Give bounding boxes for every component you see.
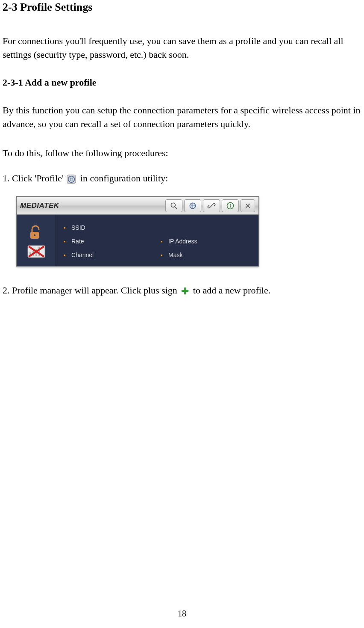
plus-icon: [181, 287, 189, 295]
procedure-intro: To do this, follow the following procedu…: [3, 146, 361, 160]
utility-screenshot: MEDIATEK: [16, 196, 361, 267]
profile-icon: [188, 201, 197, 210]
mediatek-panel: MEDIATEK: [16, 196, 259, 267]
bullet-icon: ▪: [64, 252, 68, 258]
field-label: IP Address: [168, 238, 197, 245]
info-icon: [226, 201, 235, 210]
section-title: 2-3 Profile Settings: [3, 1, 361, 14]
svg-point-2: [171, 203, 175, 207]
panel-body: ▪ SSID ▪ Rate ▪ IP Address ▪ Channel: [17, 215, 258, 266]
svg-point-11: [34, 234, 35, 236]
svg-rect-7: [230, 205, 231, 207]
svg-line-3: [175, 207, 177, 208]
bullet-icon: ▪: [161, 238, 165, 245]
profile-icon: [67, 174, 76, 184]
close-button[interactable]: [241, 199, 255, 212]
step-1-post: in configuration utility:: [80, 173, 168, 184]
toolbar: [90, 199, 258, 212]
link-icon: [207, 201, 216, 210]
bullet-icon: ▪: [161, 252, 165, 258]
intro-paragraph: For connections you'll frequently use, y…: [3, 34, 361, 62]
field-channel: ▪ Channel: [64, 252, 156, 258]
search-button[interactable]: [165, 199, 182, 212]
step-1-pre: 1. Click 'Profile': [3, 173, 66, 184]
brand-logo: MEDIATEK: [17, 201, 90, 210]
field-label: Mask: [168, 252, 182, 258]
profile-button[interactable]: [184, 199, 201, 212]
field-label: SSID: [71, 224, 85, 231]
panel-header: MEDIATEK: [17, 197, 258, 215]
field-ssid: ▪ SSID: [64, 224, 156, 231]
fields-grid: ▪ SSID ▪ Rate ▪ IP Address ▪ Channel: [56, 215, 258, 266]
lock-open-icon: [26, 222, 47, 243]
subsection-title: 2-3-1 Add a new profile: [3, 77, 361, 88]
step-2: 2. Profile manager will appear. Click pl…: [3, 284, 361, 297]
field-label: Rate: [71, 238, 84, 245]
field-ip: ▪ IP Address: [161, 238, 252, 245]
svg-point-6: [230, 204, 231, 204]
info-button[interactable]: [222, 199, 239, 212]
step-2-pre: 2. Profile manager will appear. Click pl…: [3, 285, 179, 296]
bullet-icon: ▪: [64, 238, 68, 245]
search-icon: [170, 201, 178, 210]
bullet-icon: ▪: [64, 225, 68, 231]
step-1: 1. Click 'Profile' in configuration util…: [3, 172, 361, 185]
field-rate: ▪ Rate: [64, 238, 156, 245]
no-signal-icon: [27, 245, 46, 260]
close-icon: [245, 203, 251, 209]
status-area: [17, 215, 56, 266]
field-mask: ▪ Mask: [161, 252, 252, 258]
link-button[interactable]: [203, 199, 220, 212]
field-label: Channel: [71, 252, 94, 258]
step-2-post: to add a new profile.: [193, 285, 270, 296]
page-number: 18: [0, 609, 364, 619]
subsection-intro: By this function you can setup the conne…: [3, 104, 361, 131]
